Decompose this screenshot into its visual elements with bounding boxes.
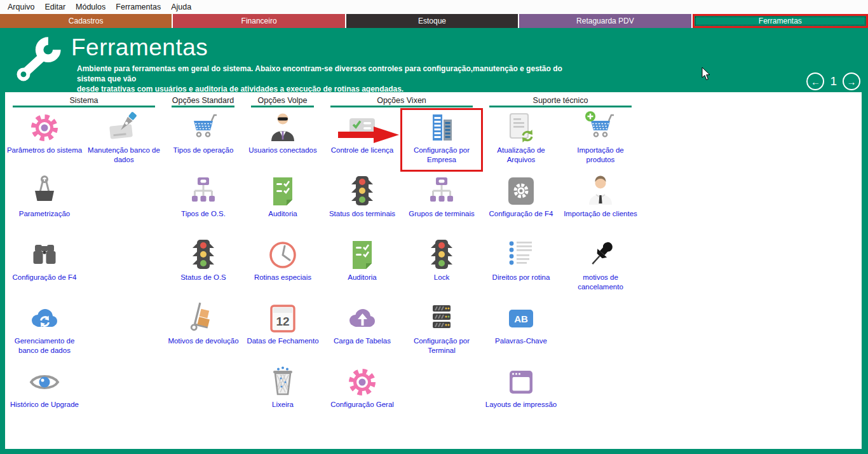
tab-estoque[interactable]: Estoque — [346, 14, 518, 28]
tile-configuracao-de-f4[interactable]: Configuração de F4 — [5, 237, 84, 297]
tile-palavras-chave[interactable]: ABPalavras-Chave — [482, 301, 560, 361]
tile-historico-de-upgrade[interactable]: Histórico de Upgrade — [5, 364, 84, 424]
tab-label: Cadastros — [69, 17, 104, 25]
clock-red-icon — [243, 237, 322, 273]
tile-importacao-de-produtos[interactable]: Importação de produtos — [561, 110, 640, 170]
group-header-suporte-tecnico: Suporte técnico — [489, 94, 632, 107]
eye-blue-icon — [5, 364, 84, 400]
tile-label: Histórico de Upgrade — [5, 400, 84, 409]
tile-label: Importação de clientes — [561, 209, 640, 219]
tile-label: Controle de licença — [323, 146, 402, 155]
tile-parametros-do-sistema[interactable]: Parâmetros do sistema — [5, 110, 84, 170]
tile-label: Status dos terminais — [323, 209, 402, 219]
tile-configuracao-por-empresa[interactable]: Configuração por Empresa — [402, 110, 481, 170]
tile-configuracao-geral[interactable]: Configuração Geral — [323, 364, 402, 424]
tile-label: Tipos de operação — [164, 146, 243, 155]
tile-label: Configuração de F4 — [482, 209, 560, 219]
group-header-opcoes-standard: Opções Standard — [172, 94, 234, 107]
arrow-right-circle-icon[interactable]: → — [843, 72, 860, 90]
tile-label: Usuarios conectados — [243, 146, 322, 155]
tile-gerenciamento-de-banco-de-dados[interactable]: Gerenciamento de banco de dados — [5, 301, 84, 361]
tab-label: Ferramentas — [759, 17, 802, 25]
svg-text:AB: AB — [514, 313, 528, 324]
tile-label: Importação de produtos — [561, 146, 640, 165]
tile-label: Configuração por Empresa — [402, 146, 481, 165]
user-clerk-icon — [561, 174, 640, 209]
tile-manutencao-banco-de-dados[interactable]: Manutenção banco de dados — [85, 110, 163, 170]
user-agent-icon — [243, 110, 322, 146]
bullet-list-icon — [482, 237, 560, 273]
tile-usuarios-conectados[interactable]: Usuarios conectados — [243, 110, 322, 170]
tile-status-de-o-s[interactable]: Status de O.S — [164, 237, 243, 297]
tile-label: motivos de cancelamento — [561, 273, 640, 292]
tile-atualizacao-de-arquivos[interactable]: Atualização de Arquivos — [482, 110, 560, 170]
tab-cadastros[interactable]: Cadastros — [0, 14, 172, 28]
tile-importacao-de-clientes[interactable]: Importação de clientes — [561, 174, 640, 233]
tile-carga-de-tabelas[interactable]: Carga de Tabelas — [323, 301, 402, 361]
push-pin-icon — [561, 237, 640, 273]
tab-ferramentas[interactable]: Ferramentas — [693, 14, 868, 28]
module-tabs: CadastrosFinanceiroEstoqueRetaguarda PDV… — [0, 14, 868, 28]
license-card-icon — [323, 110, 402, 146]
cloud-sync-blue-icon — [5, 301, 84, 336]
tile-tipos-de-operacao[interactable]: Tipos de operação — [164, 110, 243, 170]
tile-label: Auditoria — [243, 209, 322, 219]
menu-item-ferramentas[interactable]: Ferramentas — [111, 1, 166, 13]
tile-controle-de-licenca[interactable]: Controle de licença — [323, 110, 402, 170]
tab-financeiro[interactable]: Financeiro — [173, 14, 344, 28]
arrow-left-circle-icon[interactable]: ← — [806, 72, 824, 90]
tile-lixeira[interactable]: Lixeira — [243, 364, 322, 424]
cart-blue-icon — [164, 110, 243, 146]
tile-label: Layouts de impressão — [482, 400, 560, 409]
trash-bin-icon — [243, 364, 322, 400]
tab-label: Estoque — [418, 17, 446, 25]
tile-rotinas-especiais[interactable]: Rotinas especiais — [243, 237, 322, 297]
page-description: Ambiente para ferramentas em geral do si… — [77, 64, 579, 94]
tile-label: Manutenção banco de dados — [85, 146, 163, 165]
tile-direitos-por-rotina[interactable]: Direitos por rotina — [482, 237, 560, 297]
menu-item-editar[interactable]: Editar — [39, 1, 71, 13]
tile-label: Auditoria — [323, 273, 402, 282]
page-description-line1: Ambiente para ferramentas em geral do si… — [77, 64, 579, 84]
menu-item-ajuda[interactable]: Ajuda — [166, 1, 196, 13]
tile-label: Atualização de Arquivos — [482, 146, 560, 165]
binder-clip-icon — [5, 174, 84, 209]
tab-retaguarda-pdv[interactable]: Retaguarda PDV — [519, 14, 691, 28]
gear-pink-icon — [5, 110, 84, 146]
content-frame: Ferramentas Ambiente para ferramentas em… — [0, 28, 868, 454]
calendar-12-icon: 12 — [243, 301, 322, 336]
cloud-upload-purple-icon — [323, 301, 402, 336]
traffic-light-icon — [323, 174, 402, 209]
menu-item-modulos[interactable]: Módulos — [71, 1, 111, 13]
tile-status-dos-terminais[interactable]: Status dos terminais — [323, 174, 402, 233]
tile-label: Lock — [402, 273, 481, 282]
checklist-green-icon — [243, 174, 322, 209]
menubar: ArquivoEditarMódulosFerramentasAjuda — [0, 0, 868, 14]
tile-motivos-de-devolucao[interactable]: Motivos de devolução — [164, 301, 243, 361]
pagination: ← 1 → — [806, 72, 860, 90]
tile-datas-de-fechamento[interactable]: 12Datas de Fechamento — [243, 301, 322, 361]
menu-item-arquivo[interactable]: Arquivo — [3, 1, 39, 13]
tile-grupos-de-terminais[interactable]: Grupos de terminais — [402, 174, 481, 233]
tile-lock[interactable]: Lock — [402, 237, 481, 297]
tile-label: Parâmetros do sistema — [5, 146, 84, 155]
wrench-icon — [10, 33, 66, 89]
hero-header: Ferramentas Ambiente para ferramentas em… — [0, 28, 868, 92]
tile-motivos-de-cancelamento[interactable]: motivos de cancelamento — [561, 237, 640, 297]
tile-configuracao-de-f4[interactable]: Configuração de F4 — [482, 174, 560, 233]
group-header-sistema: Sistema — [13, 94, 155, 107]
tile-parametrizacao[interactable]: Parametrização — [5, 174, 84, 233]
tile-label: Palavras-Chave — [482, 336, 560, 346]
tile-auditoria[interactable]: Auditoria — [243, 174, 322, 233]
group-header-opcoes-vixen: Opções Vixen — [330, 94, 473, 107]
group-header-opcoes-volpe: Opções Volpe — [251, 94, 314, 107]
tile-label: Configuração por Terminal — [402, 336, 481, 355]
tile-label: Datas de Fechamento — [243, 336, 322, 346]
tile-configuracao-por-terminal[interactable]: Configuração por Terminal — [402, 301, 481, 361]
tile-label: Status de O.S — [164, 273, 243, 282]
binoculars-icon — [5, 237, 84, 273]
tile-label: Configuração de F4 — [5, 273, 84, 282]
tile-tipos-de-o-s[interactable]: Tipos de O.S. — [164, 174, 243, 233]
tile-layouts-de-impressao[interactable]: Layouts de impressão — [482, 364, 560, 424]
tile-auditoria[interactable]: Auditoria — [323, 237, 402, 297]
